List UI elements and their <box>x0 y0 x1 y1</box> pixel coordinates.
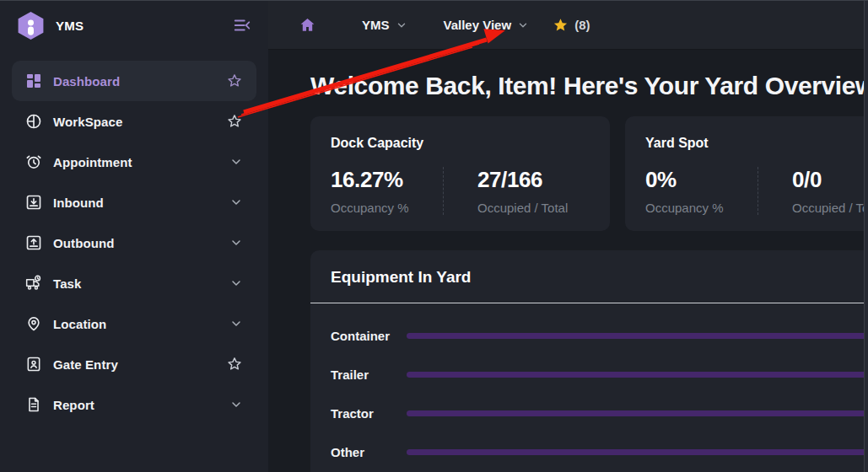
sidebar-item-label: Report <box>53 398 94 412</box>
dock-capacity-card: Dock Capacity 16.27% Occupancy % 27/166 … <box>310 116 610 231</box>
equipment-rows: Container Trailer Tractor Other <box>310 303 868 471</box>
stat-label: Occupied / Total <box>792 201 868 215</box>
sidebar-item-task[interactable]: Task <box>12 263 256 303</box>
home-icon[interactable] <box>299 17 315 33</box>
star-filled-icon <box>553 17 569 33</box>
sidebar-item-inbound[interactable]: Inbound <box>12 182 256 223</box>
stat-value: 27/166 <box>477 167 590 193</box>
sidebar-item-label: Task <box>53 276 81 291</box>
stat-label: Occupancy % <box>645 201 757 215</box>
main-content: Welcome Back, Item! Here's Your Yard Ove… <box>268 50 868 472</box>
chevron-down-icon <box>517 19 529 31</box>
app-dropdown[interactable]: YMS <box>362 18 407 32</box>
sidebar-item-appointment[interactable]: Appointment <box>12 142 256 182</box>
sidebar-nav: Dashboard WorkSpace <box>0 50 268 425</box>
sidebar-item-label: Location <box>53 317 106 331</box>
stat-value: 16.27% <box>331 167 443 193</box>
sidebar-item-dashboard[interactable]: Dashboard <box>12 61 256 101</box>
sidebar-item-report[interactable]: Report <box>12 384 256 425</box>
equipment-in-yard-card: Equipment In Yard Container Trailer Trac… <box>310 250 868 472</box>
equipment-row-label: Other <box>331 445 407 459</box>
map-pin-icon <box>25 315 42 332</box>
card-stats: 16.27% Occupancy % 27/166 Occupied / Tot… <box>331 167 590 215</box>
sidebar-item-outbound[interactable]: Outbound <box>12 223 256 263</box>
inbox-in-icon <box>25 194 42 211</box>
favorite-star-icon[interactable] <box>226 113 243 130</box>
topbar: YMS Valley View (8) <box>268 1 868 50</box>
inbox-out-icon <box>25 234 42 251</box>
sidebar-item-workspace[interactable]: WorkSpace <box>12 101 256 142</box>
equipment-bar <box>407 449 868 455</box>
equipment-bar <box>407 372 868 378</box>
id-badge-icon <box>25 356 42 373</box>
app-window: YMS D <box>0 0 868 472</box>
sidebar-item-label: Inbound <box>53 196 104 210</box>
workspace-pie-icon <box>25 113 42 130</box>
sidebar-item-label: Dashboard <box>53 74 120 88</box>
sidebar-header: YMS <box>0 1 268 50</box>
equipment-row-label: Container <box>331 329 407 343</box>
card-stats: 0% Occupancy % 0/0 Occupied / Total <box>645 167 868 215</box>
truck-clock-icon <box>25 275 42 292</box>
yms-logo-icon <box>15 10 46 41</box>
sidebar-item-label: Appointment <box>53 155 132 169</box>
stat-occupied-total: 27/166 Occupied / Total <box>443 167 590 215</box>
sidebar-item-gate-entry[interactable]: Gate Entry <box>12 344 256 384</box>
stat-value: 0% <box>645 167 757 193</box>
favorite-star-icon[interactable] <box>226 72 243 89</box>
chevron-down-icon <box>229 155 243 169</box>
favorite-star-icon[interactable] <box>226 356 243 373</box>
stat-label: Occupied / Total <box>477 201 590 215</box>
collapse-sidebar-icon[interactable] <box>233 17 251 34</box>
yard-spot-card: Yard Spot 0% Occupancy % 0/0 Occupied / … <box>625 116 868 231</box>
page-scrollbar[interactable] <box>864 1 868 472</box>
chevron-down-icon <box>396 19 407 31</box>
equipment-row-container: Container <box>331 316 868 355</box>
page-title: Welcome Back, Item! Here's Your Yard Ove… <box>310 72 868 100</box>
site-dropdown-value: Valley View <box>444 18 512 32</box>
equipment-bar <box>407 333 868 339</box>
chevron-down-icon <box>229 236 243 249</box>
favorites-count: (8) <box>574 18 590 32</box>
report-doc-icon <box>25 396 42 413</box>
equipment-bar <box>407 410 868 416</box>
equipment-row-trailer: Trailer <box>331 355 868 394</box>
sidebar-item-label: Gate Entry <box>53 357 118 372</box>
sidebar: YMS D <box>0 1 268 472</box>
chevron-down-icon <box>229 276 243 290</box>
summary-cards-row: Dock Capacity 16.27% Occupancy % 27/166 … <box>310 116 868 231</box>
favorites-star[interactable]: (8) <box>553 17 590 33</box>
sidebar-item-location[interactable]: Location <box>12 303 256 344</box>
app-dropdown-value: YMS <box>362 18 390 32</box>
alarm-clock-icon <box>25 153 42 170</box>
chevron-down-icon <box>229 196 243 209</box>
sidebar-item-label: Outbound <box>53 236 114 250</box>
sidebar-item-label: WorkSpace <box>53 115 122 129</box>
equipment-row-label: Tractor <box>331 406 407 421</box>
stat-occupancy: 16.27% Occupancy % <box>331 167 443 215</box>
stat-label: Occupancy % <box>331 201 443 215</box>
equipment-card-title: Equipment In Yard <box>310 250 868 303</box>
card-title: Yard Spot <box>645 136 868 151</box>
equipment-row-other: Other <box>331 432 868 471</box>
chevron-down-icon <box>229 317 243 330</box>
equipment-row-label: Trailer <box>331 367 407 382</box>
dashboard-grid-icon <box>25 72 42 89</box>
stat-occupancy: 0% Occupancy % <box>645 167 757 215</box>
site-dropdown[interactable]: Valley View <box>444 18 530 32</box>
card-title: Dock Capacity <box>331 136 590 151</box>
stat-value: 0/0 <box>792 167 868 193</box>
equipment-row-tractor: Tractor <box>331 394 868 432</box>
stat-occupied-total: 0/0 Occupied / Total <box>757 167 868 215</box>
app-title: YMS <box>56 19 84 33</box>
chevron-down-icon <box>229 398 243 411</box>
